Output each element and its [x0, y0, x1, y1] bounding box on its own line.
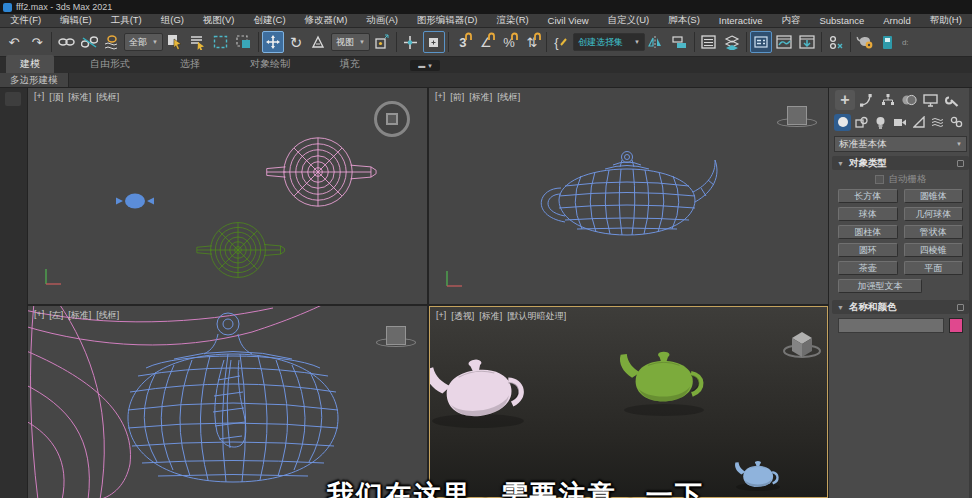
geometry-category-icon[interactable]	[834, 114, 851, 131]
object-type-rollout-header[interactable]: ▼ 对象类型	[832, 156, 969, 170]
teapot-blue-small-top[interactable]	[116, 194, 154, 209]
ribbon-tab-populate[interactable]: 填充	[326, 55, 374, 73]
menu-create[interactable]: 创建(C)	[253, 14, 285, 27]
curve-editor-icon[interactable]	[773, 31, 795, 53]
teapot-blue-front-wireframe[interactable]	[541, 152, 717, 236]
viewport-menu-view[interactable]: [左]	[49, 309, 63, 322]
teapot-green-top-wireframe[interactable]	[197, 223, 285, 278]
unlink-selection-icon[interactable]	[78, 31, 100, 53]
hierarchy-tab[interactable]	[878, 90, 898, 110]
menu-interactive[interactable]: Interactive	[719, 15, 763, 26]
edit-named-selection-sets-icon[interactable]: {	[550, 31, 572, 53]
render-setup-icon[interactable]	[854, 31, 876, 53]
select-and-move-icon[interactable]	[262, 31, 284, 53]
undo-icon[interactable]: ↶	[3, 31, 25, 53]
named-selection-sets-combo[interactable]: 创建选择集▼	[573, 33, 645, 51]
motion-tab[interactable]	[899, 90, 919, 110]
ribbon-panel-polygon-modeling[interactable]: 多边形建模	[0, 73, 69, 87]
box-button[interactable]: 长方体	[838, 189, 898, 203]
schematic-view-icon[interactable]	[796, 31, 818, 53]
viewport-menu-shading[interactable]: [线框]	[497, 91, 520, 104]
menu-rendering[interactable]: 渲染(R)	[496, 14, 528, 27]
viewport-layout-tab-bar[interactable]	[0, 88, 28, 498]
lights-category-icon[interactable]	[872, 114, 889, 131]
menu-arnold[interactable]: Arnold	[883, 15, 910, 26]
toggle-ribbon-icon[interactable]	[750, 31, 772, 53]
menu-group[interactable]: 组(G)	[161, 14, 184, 27]
object-color-swatch[interactable]	[949, 318, 963, 333]
cylinder-button[interactable]: 圆柱体	[838, 225, 898, 239]
select-by-name-icon[interactable]	[187, 31, 209, 53]
viewport-menu-shading[interactable]: [线框]	[96, 91, 119, 104]
angle-snap-icon[interactable]: ∠	[475, 31, 497, 53]
menu-scripting[interactable]: 脚本(S)	[668, 14, 700, 27]
select-and-rotate-icon[interactable]: ↻	[285, 31, 307, 53]
viewport-menu-shading[interactable]: [默认明暗处理]	[507, 310, 566, 323]
teapot-green-shaded[interactable]	[620, 352, 701, 402]
rectangular-selection-region-icon[interactable]	[210, 31, 232, 53]
geosphere-button[interactable]: 几何球体	[904, 207, 964, 221]
teapot-pink-offscreen-wireframe[interactable]	[28, 306, 328, 498]
menu-tools[interactable]: 工具(T)	[111, 14, 142, 27]
utilities-tab[interactable]	[942, 90, 962, 110]
teapot-blue-shaded[interactable]	[735, 461, 777, 487]
helpers-category-icon[interactable]	[910, 114, 927, 131]
menu-civil-view[interactable]: Civil View	[548, 15, 589, 26]
viewcube[interactable]	[374, 101, 410, 137]
sphere-button[interactable]: 球体	[838, 207, 898, 221]
viewport-menu-renderer[interactable]: [标准]	[479, 310, 502, 323]
spacewarps-category-icon[interactable]	[929, 114, 946, 131]
rollout-pin-icon[interactable]	[957, 160, 964, 167]
viewcube[interactable]	[376, 324, 416, 352]
keyboard-shortcut-override-icon[interactable]	[423, 31, 445, 53]
menu-customize[interactable]: 自定义(U)	[608, 14, 650, 27]
window-crossing-icon[interactable]	[233, 31, 255, 53]
viewport-menu-general[interactable]: [+]	[34, 309, 44, 322]
viewport-menu-view[interactable]: [透视]	[451, 310, 474, 323]
menu-graph-editors[interactable]: 图形编辑器(D)	[417, 14, 478, 27]
shapes-category-icon[interactable]	[853, 114, 870, 131]
viewport-layout-tab[interactable]	[5, 92, 21, 106]
project-toolbar-icon[interactable]	[825, 31, 847, 53]
mirror-icon[interactable]	[646, 31, 668, 53]
viewcube-face[interactable]	[787, 106, 807, 125]
menu-substance[interactable]: Substance	[819, 15, 864, 26]
name-color-rollout-header[interactable]: ▼ 名称和颜色	[832, 300, 969, 314]
autogrid-checkbox[interactable]	[875, 175, 884, 184]
cone-button[interactable]: 圆锥体	[904, 189, 964, 203]
menu-help[interactable]: 帮助(H)	[930, 14, 962, 27]
viewport-left[interactable]: [+] [左] [标准] [线框]	[28, 306, 427, 498]
viewport-menu-shading[interactable]: [线框]	[96, 309, 119, 322]
object-name-input[interactable]	[838, 318, 944, 333]
viewport-front[interactable]: [+] [前] [标准] [线框]	[429, 88, 828, 304]
select-object-icon[interactable]	[164, 31, 186, 53]
select-and-manipulate-icon[interactable]	[400, 31, 422, 53]
create-tab[interactable]: +	[835, 90, 855, 110]
rollout-pin-icon[interactable]	[957, 304, 964, 311]
viewport-menu-renderer[interactable]: [标准]	[68, 309, 91, 322]
viewcube[interactable]	[777, 104, 817, 132]
layer-explorer-icon[interactable]	[721, 31, 743, 53]
percent-snap-icon[interactable]: %	[498, 31, 520, 53]
spinner-snap-icon[interactable]: ⇅	[521, 31, 543, 53]
bind-to-spacewarp-icon[interactable]	[101, 31, 123, 53]
menu-views[interactable]: 视图(V)	[203, 14, 235, 27]
viewcube-face[interactable]	[386, 113, 398, 125]
reference-coordinate-dropdown[interactable]: 视图▼	[331, 33, 370, 51]
snap-toggle-3d-icon[interactable]: 3	[452, 31, 474, 53]
viewport-top[interactable]: [+] [顶] [标准] [线框]	[28, 88, 427, 304]
ribbon-tab-object-paint[interactable]: 对象绘制	[236, 55, 304, 73]
use-pivot-center-icon[interactable]	[371, 31, 393, 53]
teapot-blue-left-wireframe[interactable]	[128, 313, 338, 482]
viewport-menu-view[interactable]: [顶]	[49, 91, 63, 104]
ribbon-config-dropdown[interactable]: ▬▾	[410, 60, 440, 71]
systems-category-icon[interactable]	[948, 114, 965, 131]
display-tab[interactable]	[921, 90, 941, 110]
teapot-pink-top-wireframe[interactable]	[267, 138, 376, 206]
menu-modifiers[interactable]: 修改器(M)	[305, 14, 348, 27]
render-frame-window-icon[interactable]	[877, 31, 899, 53]
tube-button[interactable]: 管状体	[904, 225, 964, 239]
viewport-menu-renderer[interactable]: [标准]	[68, 91, 91, 104]
selection-filter-dropdown[interactable]: 全部▼	[124, 33, 163, 51]
menu-content[interactable]: 内容	[782, 14, 801, 27]
